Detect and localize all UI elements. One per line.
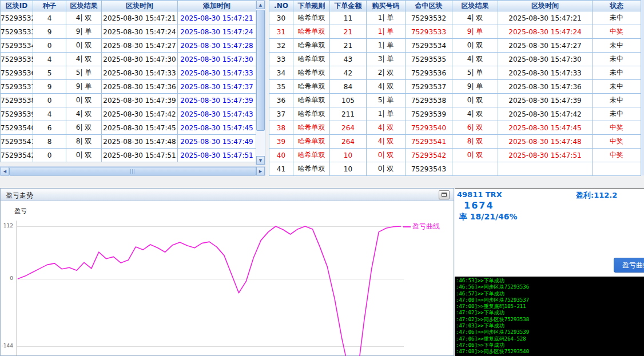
order-row[interactable]: 40哈希单双100| 双752935420| 双2025-08-30 15:47…: [269, 149, 641, 162]
scroll-left-button[interactable]: ◀: [1, 167, 9, 175]
cell: 75293533: [1, 25, 33, 39]
order-row[interactable]: 31哈希单双211| 单752935339| 单2025-08-30 15:47…: [269, 25, 641, 39]
log-line: :47:00]>>同步区块75293537: [456, 297, 644, 303]
block-row[interactable]: 7529354188| 双2025-08-30 15:47:482025-08-…: [1, 135, 256, 149]
cell: 75293537: [1, 80, 33, 94]
order-row[interactable]: 37哈希单双2111| 单752935394| 双2025-08-30 15:4…: [269, 107, 641, 121]
cell-result: 4| 双: [452, 107, 498, 121]
cell: 0: [33, 149, 66, 162]
order-row[interactable]: 30哈希单双111| 单752935324| 双2025-08-30 15:47…: [269, 11, 641, 25]
cell-no: 39: [269, 135, 293, 149]
scroll-right-button[interactable]: ▶: [256, 167, 265, 175]
cell-status: 未中: [593, 11, 641, 25]
scroll-up-button[interactable]: ▲: [256, 1, 265, 9]
log-line: :46:56]>>同步区块75293536: [456, 284, 644, 290]
cell-rule: 哈希单双: [293, 53, 330, 66]
cell: 0| 双: [66, 149, 102, 162]
log-line: :47:02]>>同步区块75293538: [456, 317, 644, 323]
order-row[interactable]: 33哈希单双433| 单752935354| 双2025-08-30 15:47…: [269, 53, 641, 66]
cell: 75293540: [1, 121, 33, 135]
column-header[interactable]: 购买号码: [367, 1, 406, 11]
cell-amount: 264: [330, 121, 367, 135]
order-row[interactable]: 32哈希单双211| 单752935340| 双2025-08-30 15:47…: [269, 39, 641, 53]
block-row[interactable]: 7529353799| 单2025-08-30 15:47:362025-08-…: [1, 80, 256, 94]
column-header[interactable]: 区块ID: [1, 1, 33, 11]
cell-rule: 哈希单双: [293, 94, 330, 107]
cell-result: 4| 双: [452, 11, 498, 25]
cell-result: [452, 162, 498, 176]
column-header[interactable]: 区块结果: [452, 1, 498, 11]
cell: 75293541: [1, 135, 33, 149]
cell-no: 38: [269, 121, 293, 135]
blocks-table-horizontal-scrollbar[interactable]: ◀ ▶: [0, 166, 265, 176]
cell: 2025-08-30 15:47:21: [102, 11, 178, 25]
cell: 4: [33, 11, 66, 25]
block-row[interactable]: 7529353800| 双2025-08-30 15:47:392025-08-…: [1, 94, 256, 107]
cell: 4| 双: [66, 107, 102, 121]
scroll-down-button[interactable]: ▼: [256, 156, 265, 165]
account-value: 1674: [464, 200, 494, 211]
column-header[interactable]: 下单规则: [293, 1, 330, 11]
cell-time: 2025-08-30 15:47:42: [498, 107, 593, 121]
block-row[interactable]: 7529353655| 单2025-08-30 15:47:332025-08-…: [1, 66, 256, 80]
block-row[interactable]: 7529353400| 双2025-08-30 15:47:272025-08-…: [1, 39, 256, 53]
cell-status: 未中: [593, 53, 641, 66]
column-header[interactable]: 区块时间: [498, 1, 593, 11]
cell-time: 2025-08-30 15:47:36: [498, 80, 593, 94]
cell-time: 2025-08-30 15:47:30: [498, 53, 593, 66]
cell-block: 75293534: [406, 39, 452, 53]
column-header[interactable]: .NO: [269, 1, 293, 11]
blocks-table: 区块ID种子区块结果区块时间添加时间 7529353244| 双2025-08-…: [0, 0, 256, 162]
order-row[interactable]: 35哈希单双844| 双752935379| 单2025-08-30 15:47…: [269, 80, 641, 94]
cell: 75293538: [1, 94, 33, 107]
cell-result: 0| 双: [452, 94, 498, 107]
column-header[interactable]: 命中区块: [406, 1, 452, 11]
column-header[interactable]: 区块结果: [66, 1, 102, 11]
orders-table: .NO下单规则下单金额购买号码命中区块区块结果区块时间状态 30哈希单双111|…: [269, 0, 641, 176]
cell-status: [593, 162, 641, 176]
block-row[interactable]: 7529353544| 双2025-08-30 15:47:302025-08-…: [1, 53, 256, 66]
cell-status: 中奖: [593, 121, 641, 135]
order-row[interactable]: 38哈希单双2644| 双752935406| 双2025-08-30 15:4…: [269, 121, 641, 135]
column-header[interactable]: 添加时间: [178, 1, 256, 11]
blocks-table-vertical-scrollbar[interactable]: ▲ ▼: [256, 0, 265, 165]
cell-amount: 211: [330, 107, 367, 121]
cell: 75293536: [1, 66, 33, 80]
orders-table-vertical-scrollbar[interactable]: [641, 0, 644, 175]
cell: 75293542: [1, 149, 33, 162]
profit-trend-titlebar[interactable]: 盈亏走势: [1, 189, 454, 201]
cell: 2025-08-30 15:47:30: [102, 53, 178, 66]
console-log[interactable]: :46:53]>>下单成功:46:56]>>同步区块75293536:46:57…: [455, 277, 644, 356]
app-window: 区块ID种子区块结果区块时间添加时间 7529353244| 双2025-08-…: [0, 0, 644, 356]
cell-block: 75293532: [406, 11, 452, 25]
cell: 0| 双: [66, 94, 102, 107]
cell-block: 75293538: [406, 94, 452, 107]
column-header[interactable]: 下单金额: [330, 1, 367, 11]
profit-curve-button[interactable]: 盈亏曲线: [614, 258, 644, 273]
log-line: :47:06]>>同步区块75293539: [456, 329, 644, 335]
cell: 2025-08-30 15:47:51: [102, 149, 178, 162]
order-row[interactable]: 39哈希单双2644| 双752935418| 双2025-08-30 15:4…: [269, 135, 641, 149]
order-row[interactable]: 36哈希单双1055| 单752935380| 双2025-08-30 15:4…: [269, 94, 641, 107]
column-header[interactable]: 区块时间: [102, 1, 178, 11]
order-row[interactable]: 41哈希单双100| 双75293543: [269, 162, 641, 176]
cell-number: 4| 双: [367, 80, 406, 94]
cell-block: 75293540: [406, 121, 452, 135]
block-row[interactable]: 7529353399| 单2025-08-30 15:47:242025-08-…: [1, 25, 256, 39]
profit-line-chart: [1, 201, 455, 356]
window-restore-button[interactable]: [439, 190, 450, 199]
cell-no: 33: [269, 53, 293, 66]
profit-trend-window: 盈亏走势 盈亏 112 0 -144 盈亏曲线: [0, 188, 454, 356]
order-row[interactable]: 34哈希单双422| 双752935365| 单2025-08-30 15:47…: [269, 66, 641, 80]
cell-number: 1| 单: [367, 11, 406, 25]
vertical-scrollbar-thumb[interactable]: [256, 10, 265, 131]
block-row[interactable]: 7529353244| 双2025-08-30 15:47:212025-08-…: [1, 11, 256, 25]
column-header[interactable]: 状态: [593, 1, 641, 11]
block-row[interactable]: 7529353944| 双2025-08-30 15:47:422025-08-…: [1, 107, 256, 121]
block-row[interactable]: 7529354200| 双2025-08-30 15:47:512025-08-…: [1, 149, 256, 162]
cell-result: 4| 双: [452, 53, 498, 66]
column-header[interactable]: 种子: [33, 1, 66, 11]
block-row[interactable]: 7529354066| 双2025-08-30 15:47:452025-08-…: [1, 121, 256, 135]
cell-number: 0| 双: [367, 149, 406, 162]
horizontal-scrollbar-thumb[interactable]: [9, 167, 256, 175]
